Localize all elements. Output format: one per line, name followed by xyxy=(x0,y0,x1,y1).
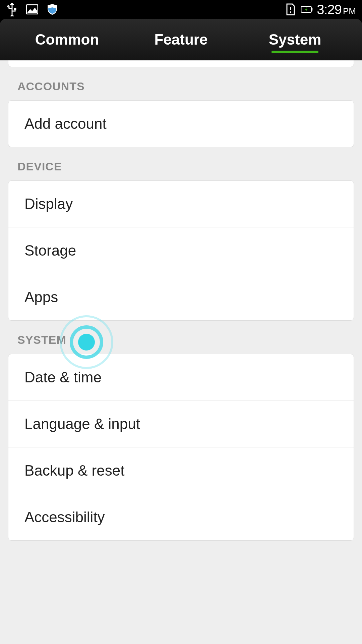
tab-bar: Common Feature System xyxy=(0,19,362,60)
sdcard-alert-icon xyxy=(285,3,297,15)
tab-common[interactable]: Common xyxy=(10,21,124,58)
accounts-card: Add account xyxy=(8,100,354,147)
svg-rect-1 xyxy=(290,7,291,10)
tab-system[interactable]: System xyxy=(238,21,352,58)
list-item-storage[interactable]: Storage xyxy=(8,227,354,274)
system-card: Date & time Language & input Backup & re… xyxy=(8,354,354,541)
status-time: 3:29PM xyxy=(317,2,356,17)
previous-card-edge xyxy=(8,60,354,67)
shield-icon xyxy=(46,3,58,15)
status-left xyxy=(6,3,58,15)
clock-time: 3:29 xyxy=(317,2,342,17)
list-item-display[interactable]: Display xyxy=(8,181,354,227)
section-header-accounts: ACCOUNTS xyxy=(0,67,362,100)
svg-rect-4 xyxy=(311,8,312,11)
tab-feature[interactable]: Feature xyxy=(124,21,238,58)
usb-icon xyxy=(6,3,18,15)
battery-charging-icon xyxy=(301,3,313,15)
list-item-backup-reset[interactable]: Backup & reset xyxy=(8,447,354,494)
status-bar: 3:29PM xyxy=(0,0,362,19)
picture-icon xyxy=(26,3,38,15)
list-item-accessibility[interactable]: Accessibility xyxy=(8,494,354,540)
list-item-language-input[interactable]: Language & input xyxy=(8,401,354,447)
svg-rect-2 xyxy=(290,11,291,13)
list-item-apps[interactable]: Apps xyxy=(8,274,354,320)
status-right: 3:29PM xyxy=(285,2,356,17)
section-header-system: SYSTEM xyxy=(0,321,362,354)
list-item-date-time[interactable]: Date & time xyxy=(8,354,354,401)
device-card: Display Storage Apps xyxy=(8,180,354,321)
list-item-add-account[interactable]: Add account xyxy=(8,101,354,147)
settings-content[interactable]: ACCOUNTS Add account DEVICE Display Stor… xyxy=(0,60,362,644)
section-header-device: DEVICE xyxy=(0,147,362,180)
clock-ampm: PM xyxy=(343,6,356,16)
